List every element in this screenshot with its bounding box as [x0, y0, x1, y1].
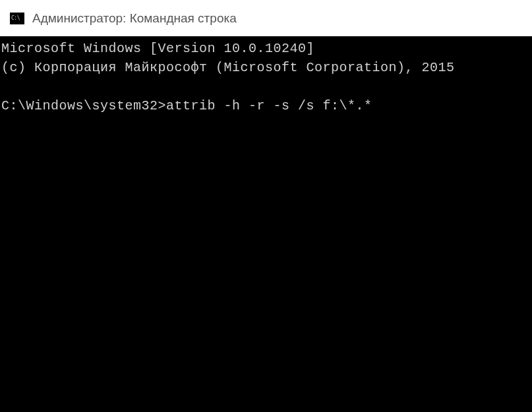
cmd-icon: C:\	[10, 13, 24, 24]
window-title: Администратор: Командная строка	[32, 11, 237, 26]
terminal-line-copyright: (c) Корпорация Майкрософт (Microsoft Cor…	[1, 60, 455, 75]
terminal-prompt: C:\Windows\system32>	[1, 98, 166, 113]
cmd-icon-text: C:\	[10, 15, 20, 21]
terminal-command: attrib -h -r -s /s f:\*.*	[166, 98, 372, 113]
terminal-line-version: Microsoft Windows [Version 10.0.10240]	[1, 41, 314, 56]
terminal-output[interactable]: Microsoft Windows [Version 10.0.10240] (…	[0, 36, 532, 412]
window-titlebar: C:\ Администратор: Командная строка	[0, 0, 532, 36]
